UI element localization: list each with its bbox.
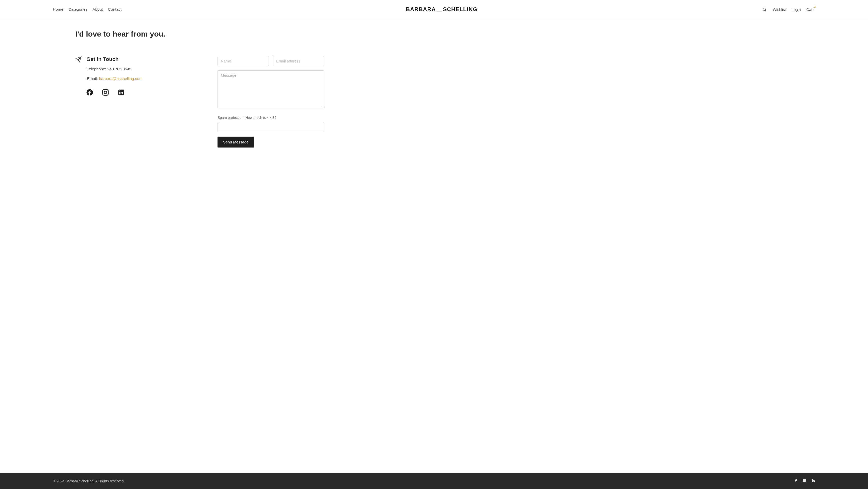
page-main: I'd love to hear from you. Get in Touch … bbox=[0, 19, 868, 473]
site-footer: © 2024 Barbara Schelling. All rights res… bbox=[0, 473, 868, 489]
logo-first: BARBARA bbox=[406, 6, 436, 13]
footer-instagram-link[interactable] bbox=[802, 479, 807, 483]
email-input[interactable] bbox=[273, 56, 324, 66]
cart-count-badge: 3 bbox=[814, 5, 816, 8]
site-header: Home Categories About Contact BARBARA SC… bbox=[0, 0, 868, 19]
nav-secondary: Wishlist Login Cart 3 bbox=[762, 7, 815, 12]
facebook-icon bbox=[86, 89, 94, 96]
name-input[interactable] bbox=[218, 56, 269, 66]
nav-wishlist[interactable]: Wishlist bbox=[773, 7, 786, 12]
email-label: Email: bbox=[87, 76, 99, 81]
nav-about[interactable]: About bbox=[92, 7, 103, 12]
svg-point-4 bbox=[107, 90, 107, 91]
message-textarea[interactable] bbox=[218, 70, 324, 108]
footer-facebook-link[interactable] bbox=[794, 479, 798, 483]
facebook-icon bbox=[794, 479, 798, 483]
nav-categories[interactable]: Categories bbox=[68, 7, 87, 12]
footer-linkedin-link[interactable] bbox=[811, 479, 815, 483]
search-icon bbox=[762, 7, 767, 12]
nav-home[interactable]: Home bbox=[53, 7, 63, 12]
email-link[interactable]: barbara@bschelling.com bbox=[99, 76, 143, 81]
social-links-large bbox=[86, 89, 182, 97]
site-logo[interactable]: BARBARA SCHELLING bbox=[406, 6, 477, 13]
email-line: Email: barbara@bschelling.com bbox=[87, 76, 182, 81]
nav-cart[interactable]: Cart 3 bbox=[807, 7, 815, 12]
contact-info-column: Get in Touch Telephone: 248.785.8545 Ema… bbox=[75, 56, 182, 97]
linkedin-link[interactable] bbox=[117, 89, 125, 97]
spam-answer-input[interactable] bbox=[218, 122, 324, 132]
linkedin-icon bbox=[117, 89, 125, 96]
contact-form: Spam protection. How much is 4 x 3? Send… bbox=[218, 56, 324, 148]
cart-label: Cart bbox=[807, 7, 814, 12]
copyright-text: © 2024 Barbara Schelling. All rights res… bbox=[53, 479, 125, 483]
nav-login[interactable]: Login bbox=[792, 7, 801, 12]
nav-primary: Home Categories About Contact bbox=[53, 7, 121, 12]
contact-form-column: Spam protection. How much is 4 x 3? Send… bbox=[218, 56, 324, 148]
logo-divider bbox=[437, 11, 442, 11]
telephone-line: Telephone: 248.785.8545 bbox=[87, 67, 182, 71]
svg-point-3 bbox=[104, 91, 107, 94]
svg-line-1 bbox=[765, 10, 766, 11]
facebook-link[interactable] bbox=[86, 89, 94, 97]
search-button[interactable] bbox=[762, 7, 767, 12]
paper-plane-icon bbox=[75, 56, 82, 63]
send-message-button[interactable]: Send Message bbox=[218, 137, 254, 148]
content-columns: Get in Touch Telephone: 248.785.8545 Ema… bbox=[75, 56, 793, 148]
linkedin-icon bbox=[811, 479, 815, 483]
spam-protection-label: Spam protection. How much is 4 x 3? bbox=[218, 116, 324, 120]
logo-last: SCHELLING bbox=[443, 6, 477, 13]
footer-social-links bbox=[794, 479, 815, 483]
page-title: I'd love to hear from you. bbox=[75, 30, 793, 38]
nav-contact[interactable]: Contact bbox=[108, 7, 121, 12]
get-in-touch-heading: Get in Touch bbox=[86, 56, 119, 62]
instagram-icon bbox=[102, 89, 109, 96]
instagram-link[interactable] bbox=[102, 89, 109, 97]
svg-point-0 bbox=[763, 8, 766, 10]
instagram-icon bbox=[802, 479, 807, 483]
svg-point-6 bbox=[804, 480, 805, 481]
